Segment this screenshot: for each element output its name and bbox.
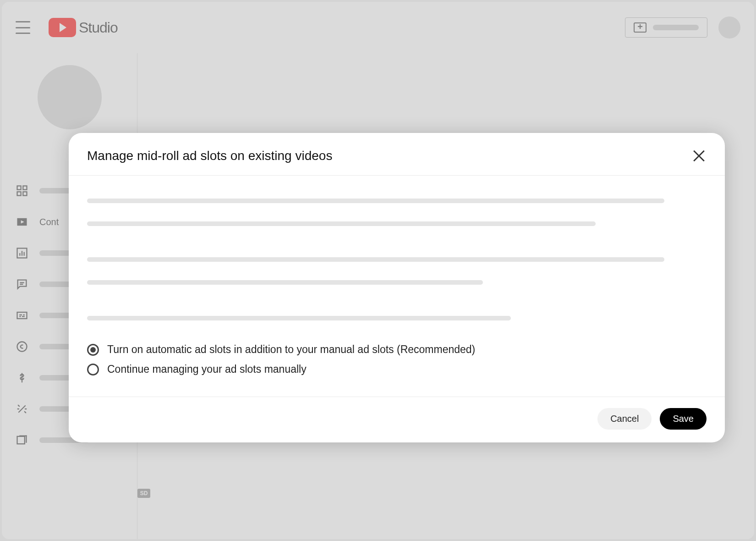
radio-label: Continue managing your ad slots manually (107, 363, 307, 375)
magic-icon (16, 403, 28, 415)
dollar-icon (16, 371, 28, 384)
modal-header: Manage mid-roll ad slots on existing vid… (69, 133, 725, 176)
analytics-icon (16, 247, 28, 259)
create-button[interactable] (625, 17, 707, 38)
radio-group: Turn on automatic ad slots in addition t… (87, 343, 707, 375)
placeholder-line (87, 221, 596, 226)
placeholder-line (87, 199, 664, 203)
menu-icon[interactable] (16, 21, 30, 34)
midroll-ad-modal: Manage mid-roll ad slots on existing vid… (69, 133, 725, 442)
placeholder-line (87, 280, 483, 285)
radio-selected-icon (87, 344, 99, 356)
create-label-placeholder (653, 25, 699, 30)
sidebar-item-label: Cont (39, 217, 59, 227)
create-plus-icon (634, 22, 646, 33)
modal-body: Turn on automatic ad slots in addition t… (69, 176, 725, 397)
dashboard-icon (16, 184, 28, 197)
svg-rect-19 (19, 436, 27, 436)
radio-label: Turn on automatic ad slots in addition t… (107, 343, 475, 356)
radio-option-manual[interactable]: Continue managing your ad slots manually (87, 363, 707, 375)
radio-option-automatic[interactable]: Turn on automatic ad slots in addition t… (87, 343, 707, 356)
placeholder-line (87, 257, 664, 262)
modal-footer: Cancel Save (69, 397, 725, 442)
svg-rect-18 (17, 436, 25, 444)
modal-title: Manage mid-roll ad slots on existing vid… (87, 149, 692, 163)
svg-rect-1 (23, 186, 27, 190)
svg-rect-9 (24, 252, 25, 256)
placeholder-line (87, 316, 511, 320)
svg-rect-2 (17, 192, 21, 195)
svg-rect-7 (19, 253, 20, 256)
youtube-play-icon (49, 18, 76, 37)
content-icon (16, 215, 28, 228)
cancel-button[interactable]: Cancel (597, 408, 652, 430)
svg-point-17 (17, 342, 27, 352)
sd-badge: SD (137, 489, 150, 498)
comments-icon (16, 278, 28, 291)
app-header: Studio (2, 2, 754, 53)
save-button[interactable]: Save (660, 408, 707, 430)
close-icon[interactable] (692, 149, 707, 163)
account-avatar[interactable] (718, 17, 740, 39)
svg-rect-0 (17, 186, 21, 190)
logo-text: Studio (79, 19, 118, 36)
audio-library-icon (16, 434, 28, 447)
studio-logo[interactable]: Studio (49, 18, 118, 37)
svg-rect-8 (22, 251, 22, 256)
subtitles-icon (16, 309, 28, 322)
radio-unselected-icon (87, 364, 99, 375)
svg-rect-3 (23, 192, 27, 195)
channel-avatar[interactable] (38, 65, 102, 129)
copyright-icon (16, 340, 28, 353)
svg-rect-20 (26, 436, 27, 443)
